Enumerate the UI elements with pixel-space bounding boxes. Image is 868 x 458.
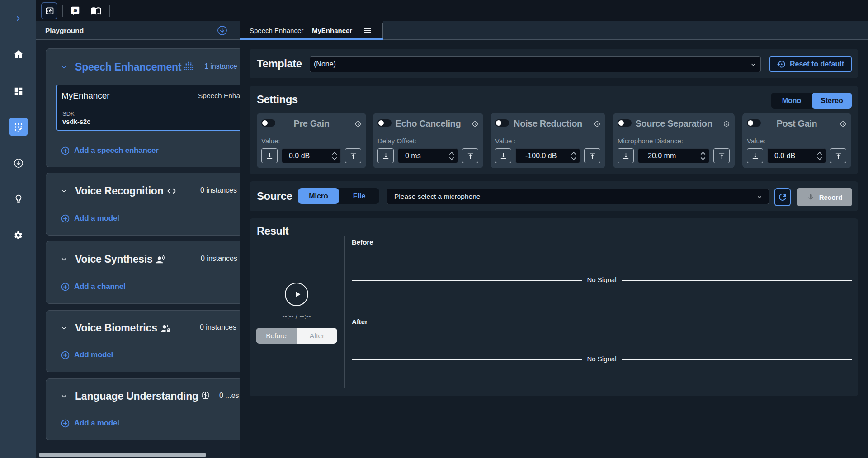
svg-text:æ: æ	[73, 8, 77, 13]
